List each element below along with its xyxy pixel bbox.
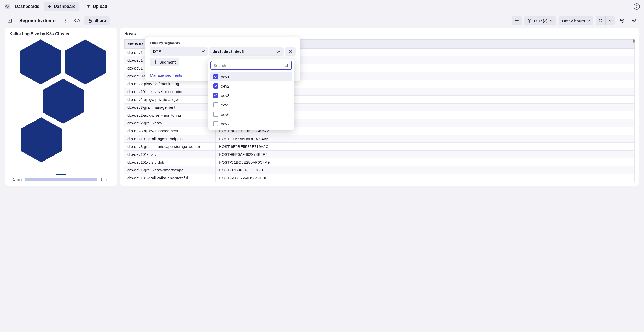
- help-icon[interactable]: ?: [634, 3, 640, 10]
- option-label: dev2: [221, 84, 230, 88]
- cell-entity-name: dtp-dev2-grail kafka: [124, 119, 216, 127]
- chevron-up-icon: [277, 50, 280, 53]
- hex-cell[interactable]: [43, 79, 84, 124]
- segment-type-value: DTP: [153, 49, 161, 54]
- option-label: dev3: [221, 93, 230, 98]
- chevron-down-icon: [202, 50, 205, 53]
- table-row[interactable]: dtp-dev1-grail kafka-smartscapeHOST-87B8…: [124, 166, 635, 174]
- table-row[interactable]: dtp-dev3-grail management: [124, 104, 635, 111]
- sync-button[interactable]: [72, 16, 82, 25]
- share-button[interactable]: Share: [84, 16, 109, 25]
- refresh-interval-button[interactable]: [605, 16, 615, 25]
- hex-cell[interactable]: [20, 39, 61, 84]
- checkbox[interactable]: [213, 121, 218, 126]
- segment-search-field[interactable]: [210, 61, 292, 70]
- cell-entity-name: dtp-dev3-grail management: [124, 104, 216, 111]
- checkbox[interactable]: [213, 93, 218, 98]
- option-label: dev6: [221, 112, 230, 117]
- table-row[interactable]: dtp-dev2-plsrv self-monitoring: [124, 80, 635, 88]
- segment-option[interactable]: dev6: [210, 110, 292, 119]
- table-row[interactable]: dtp-dev3-apigw managementHOST-8ECC090BDE…: [124, 127, 635, 135]
- segment-value-text: dev1, dev2, dev3: [213, 49, 244, 54]
- scale-bar: [25, 178, 97, 181]
- cell-entity-name: dtp-dev101-plsrv self-monitoring: [124, 88, 216, 95]
- refresh-button[interactable]: [596, 16, 605, 25]
- table-row[interactable]: dtp-dev101-plsrv dobHOST-C1BC5E285AF0C4A…: [124, 158, 635, 166]
- panel-title: Kafka Log Size by K8s Cluster: [9, 32, 113, 36]
- legend-swatch: [56, 174, 66, 175]
- table-row[interactable]: dtp-dev3-grail smartscape-storage-worker…: [124, 143, 635, 151]
- checkbox[interactable]: [213, 112, 218, 117]
- segment-filter-pill[interactable]: DTP (3): [524, 16, 556, 25]
- refresh-group: [596, 16, 615, 25]
- plus-icon: [48, 4, 52, 9]
- cell-entity-name: dtp-dev2-plsrv self-monitoring: [124, 80, 216, 88]
- chevron-down-icon: [550, 20, 553, 22]
- add-widget-button[interactable]: [512, 16, 522, 25]
- table-row[interactable]: dtp-dev2-apigw private-apigw: [124, 96, 635, 104]
- search-input[interactable]: [214, 63, 284, 68]
- timeframe-selector[interactable]: Last 2 hours: [559, 16, 593, 25]
- new-dashboard-button[interactable]: Dashboard: [44, 2, 79, 11]
- cell-entity-name: dtp-dev2-apigw self-monitoring: [124, 111, 216, 119]
- close-icon: [289, 50, 292, 53]
- table-row[interactable]: dtp-dev101-plsrvHOST-98E6A9462978B6F7: [124, 151, 635, 158]
- add-segment-button[interactable]: Segment: [150, 58, 179, 66]
- table-row[interactable]: dtp-dev2-apigw self-monitoring: [124, 111, 635, 119]
- table-row[interactable]: dtp-dev101-plsrv self-monitoring: [124, 88, 635, 96]
- page-title: Segments demo: [17, 18, 58, 24]
- breadcrumb-dashboards[interactable]: Dashboards: [14, 3, 41, 10]
- table-row[interactable]: dtp-dev2-grail kafkaHOST-62E754DF8D71FA5…: [124, 119, 635, 127]
- segment-option[interactable]: dev3: [210, 91, 292, 100]
- app-logo-icon: [4, 3, 10, 10]
- cell-entity-name: dtp-dev1-grail kafka-smartscape: [124, 166, 216, 174]
- table-row[interactable]: dtp-dev101-grail ingest-endpointHOST-195…: [124, 135, 635, 143]
- checkbox[interactable]: [213, 102, 218, 107]
- segment-filter-label: DTP (3): [534, 19, 548, 23]
- segment-option[interactable]: dev5: [210, 100, 292, 110]
- panel-toggle-icon[interactable]: [5, 16, 15, 25]
- popover-title: Filter by segments: [150, 41, 296, 45]
- svg-point-4: [65, 22, 66, 23]
- cell-entity-name: dtp-dev3-grail smartscape-storage-worker: [124, 143, 216, 150]
- cell-host-id: HOST-6E2BE5535E719A2C: [216, 143, 635, 150]
- cube-icon: [527, 18, 532, 23]
- kebab-icon: [65, 19, 66, 23]
- cell-entity-name: dtp-dev2-apigw private-apigw: [124, 96, 216, 103]
- hex-honeycomb-chart: [9, 39, 113, 173]
- upload-button[interactable]: Upload: [83, 2, 111, 11]
- remove-segment-button[interactable]: [285, 47, 296, 56]
- top-bar: Dashboards Dashboard Upload ?: [0, 0, 644, 13]
- manage-segments-link[interactable]: Manage segments: [150, 73, 182, 79]
- share-label: Share: [94, 18, 106, 23]
- scrollbar-thumb[interactable]: [633, 39, 635, 43]
- checkbox[interactable]: [213, 74, 218, 79]
- main-content: Kafka Log Size by K8s Cluster 1 min 1 mi…: [0, 28, 644, 191]
- axis-min-label: 1 min: [13, 177, 22, 181]
- panel-title: Hosts: [124, 32, 635, 36]
- history-icon: [619, 18, 625, 23]
- segment-type-select[interactable]: DTP: [150, 47, 208, 56]
- hex-cell[interactable]: [65, 39, 106, 84]
- settings-button[interactable]: [629, 16, 639, 25]
- svg-point-3: [65, 20, 66, 21]
- segment-value-select[interactable]: dev1, dev2, dev3: [209, 47, 284, 56]
- cloud-sync-icon: [74, 19, 80, 23]
- gear-icon: [631, 18, 637, 23]
- segment-option[interactable]: dev2: [210, 81, 292, 91]
- upload-icon: [86, 4, 91, 9]
- more-menu-button[interactable]: [60, 16, 70, 25]
- segment-option[interactable]: dev7: [210, 119, 292, 128]
- add-segment-label: Segment: [159, 60, 176, 64]
- segment-option[interactable]: dev1: [210, 72, 292, 81]
- checkbox[interactable]: [213, 83, 218, 89]
- cell-entity-name: dtp-dev101-plsrv: [124, 151, 216, 158]
- plus-icon: [154, 60, 157, 64]
- history-button[interactable]: [617, 16, 627, 25]
- hex-cell[interactable]: [21, 117, 62, 162]
- table-row[interactable]: dtp-dev101-grail kafka-npx-statefulHOST-…: [124, 174, 635, 182]
- chevron-down-icon: [609, 20, 612, 22]
- lock-icon: [88, 18, 92, 23]
- svg-point-6: [633, 20, 635, 21]
- svg-point-2: [65, 19, 66, 20]
